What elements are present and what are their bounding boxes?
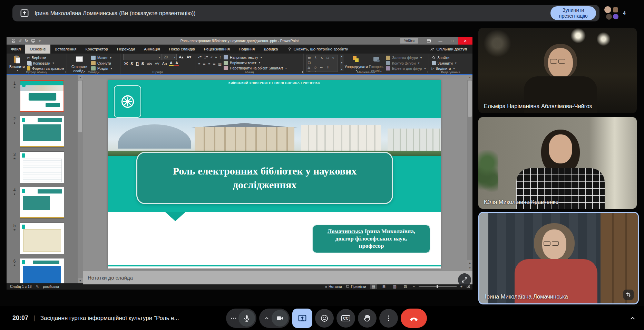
justify-button[interactable]: ≣ (213, 62, 216, 66)
notes-toggle[interactable]: ≡ Нотатки (325, 284, 342, 289)
tab-review[interactable]: Рецензування (199, 45, 234, 54)
undo-icon[interactable]: ↺ (19, 39, 22, 43)
thumbnail-item-6[interactable]: 6★ (9, 258, 83, 283)
reactions-button[interactable] (315, 309, 334, 328)
slide-6-thumbnail[interactable] (20, 258, 64, 283)
tab-home[interactable]: Основне (25, 45, 50, 54)
zoom-slider[interactable] (419, 286, 457, 287)
share-button[interactable]: Спільний доступ (425, 45, 472, 54)
copy-button[interactable]: Копіювати▾ (27, 61, 64, 66)
find-button[interactable]: Знайти (432, 55, 457, 60)
italic-button[interactable]: К (130, 62, 134, 66)
sign-in-button[interactable]: Увійти (400, 38, 418, 44)
start-slideshow-icon[interactable] (31, 39, 36, 43)
increase-indent-button[interactable]: » (215, 55, 217, 59)
editor-scrollbar[interactable]: ▲ ▲ ▼ (467, 75, 472, 271)
qat-customize-icon[interactable]: ▾ (39, 39, 41, 43)
line-spacing-button[interactable]: ↕ (219, 55, 221, 59)
slide-4-thumbnail[interactable] (20, 187, 64, 219)
camera-icon[interactable] (272, 310, 288, 327)
align-right-button[interactable]: ≡ (208, 62, 210, 66)
font-size-combo[interactable]: 20▾ (163, 54, 177, 60)
shapes-gallery-scroll[interactable]: ▲▼▼ (340, 55, 343, 71)
slide-2-thumbnail[interactable] (20, 116, 64, 148)
language-indicator[interactable]: російська (43, 284, 59, 289)
author-box[interactable]: Ломачинська Ірина Миколаївна, доктор філ… (312, 225, 430, 253)
participant-tile-active-speaker[interactable]: Ірина Миколаївна Ломачинська (478, 212, 639, 304)
grow-font-button[interactable]: А▴ (178, 55, 184, 59)
bold-button[interactable]: Ж (123, 62, 129, 66)
columns-button[interactable]: ▥ (218, 62, 222, 66)
align-left-button[interactable]: ≡ (198, 62, 200, 66)
present-screen-button[interactable] (292, 309, 312, 328)
zoom-slider-thumb[interactable] (437, 285, 438, 288)
stop-presentation-button[interactable]: Зупинити презентацію (550, 6, 596, 20)
crop-video-button[interactable] (623, 290, 634, 300)
captions-button[interactable]: CC (336, 309, 355, 328)
highlight-color-button[interactable]: А (169, 61, 174, 66)
previous-slide-button[interactable]: ▲ (467, 260, 472, 265)
drawing-dialog-launcher[interactable] (426, 71, 428, 73)
notes-pane[interactable]: Нотатки до слайда (83, 271, 472, 284)
paragraph-dialog-launcher[interactable] (300, 71, 303, 73)
paste-button[interactable]: Вставити▾ (9, 55, 25, 72)
tab-help[interactable]: Довідка (259, 45, 282, 54)
thumbnail-item-1[interactable]: 1★ (9, 80, 83, 112)
comments-toggle[interactable]: Примітки (346, 284, 366, 289)
arrange-button[interactable]: Упорядкувати▾ (345, 55, 367, 72)
strikethrough-button[interactable]: S (140, 62, 145, 66)
tab-animations[interactable]: Анімація (139, 45, 164, 54)
shape-outline-button[interactable]: Контур фігури▾ (386, 61, 426, 66)
tab-file[interactable]: Файл (7, 45, 25, 54)
align-center-button[interactable]: ≣ (203, 62, 206, 66)
ribbon-display-options-icon[interactable] (423, 37, 435, 45)
tab-transitions[interactable]: Переходи (113, 45, 139, 54)
scrollbar-thumb[interactable] (468, 81, 472, 117)
mic-icon[interactable] (238, 310, 255, 327)
align-text-button[interactable]: Вирівняти текст▾ (224, 60, 287, 66)
raise-hand-button[interactable] (358, 309, 377, 328)
scroll-down-icon[interactable]: ▼ (78, 278, 83, 283)
slideshow-view-button[interactable]: ⊡ (402, 284, 409, 289)
participant-tile-1[interactable]: Ельміра Наріманівна Аблялімова-Чийгоз (478, 28, 637, 113)
underline-button[interactable]: П (135, 62, 140, 66)
thumbnails-scrollbar[interactable]: ▲ ▼ (78, 75, 83, 283)
clipboard-dialog-launcher[interactable] (64, 71, 66, 73)
expand-presentation-button[interactable] (458, 273, 471, 286)
save-icon[interactable] (11, 39, 16, 43)
thumbnail-item-2[interactable]: 2★ (9, 116, 83, 148)
decrease-indent-button[interactable]: « (211, 55, 213, 59)
camera-button[interactable] (259, 309, 290, 328)
tab-view[interactable]: Подання (234, 45, 259, 54)
next-slide-button[interactable]: ▼ (467, 265, 472, 271)
tab-design[interactable]: Конструктор (81, 45, 113, 54)
slide-title-box[interactable]: Роль електронних бібліотек у наукових до… (136, 152, 393, 204)
text-direction-button[interactable]: Напрямок тексту▾ (224, 55, 287, 60)
collapse-bar-button[interactable] (629, 314, 636, 322)
scroll-up-icon[interactable]: ▲ (78, 75, 83, 80)
shape-fill-button[interactable]: Заливка фігури▾ (386, 55, 426, 60)
slide-5-thumbnail[interactable] (20, 223, 64, 254)
microphone-button[interactable] (226, 309, 256, 328)
numbering-button[interactable]: 1≡ (204, 55, 208, 59)
shrink-font-button[interactable]: А▾ (186, 55, 192, 59)
thumbnail-item-5[interactable]: 5★ (9, 223, 83, 254)
spellcheck-icon[interactable]: ✎ (36, 284, 39, 289)
zoom-out-button[interactable]: − (413, 284, 415, 289)
close-button[interactable]: × (458, 37, 472, 45)
slide-1-thumbnail[interactable] (20, 80, 64, 112)
bullets-button[interactable]: •≡ (198, 55, 202, 59)
change-case-button[interactable]: Аа (161, 62, 168, 66)
scrollbar-thumb[interactable] (78, 81, 82, 132)
thumbnail-item-4[interactable]: 4★ (9, 187, 83, 219)
participant-tile-2[interactable]: Юлія Миколаївна Кравченко (478, 117, 637, 209)
audio-options-icon[interactable] (230, 315, 237, 322)
video-options-icon[interactable] (263, 315, 270, 322)
tell-me-box[interactable]: Скажіть, що потрібно зробити (287, 45, 349, 54)
tab-slideshow[interactable]: Показ слайдів (164, 45, 199, 54)
slide-3-thumbnail[interactable] (20, 151, 64, 183)
participants-indicator[interactable]: 4 (604, 6, 626, 21)
reset-button[interactable]: Скинути (91, 61, 112, 66)
font-dialog-launcher[interactable] (192, 71, 194, 73)
scroll-up-icon[interactable]: ▲ (467, 75, 472, 80)
